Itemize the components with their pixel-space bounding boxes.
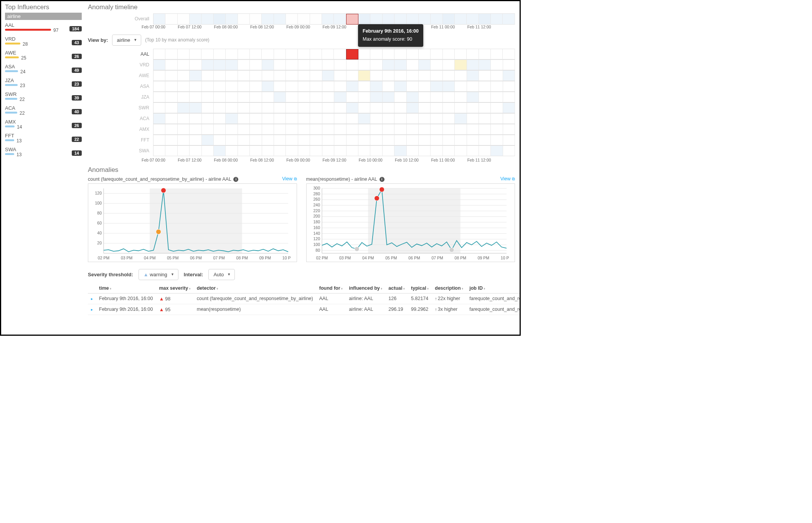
timeline-cell[interactable] — [165, 114, 177, 124]
timeline-cell[interactable] — [407, 49, 419, 59]
timeline-cell[interactable] — [226, 81, 238, 92]
timeline-cell[interactable] — [286, 14, 298, 25]
timeline-cell[interactable] — [407, 103, 419, 113]
timeline-cell[interactable] — [214, 135, 226, 145]
timeline-cell[interactable] — [503, 60, 515, 70]
timeline-cell[interactable] — [310, 14, 322, 25]
timeline-cell[interactable] — [322, 103, 334, 113]
timeline-cell[interactable] — [455, 49, 467, 59]
timeline-cell[interactable] — [479, 103, 491, 113]
timeline-cell[interactable] — [346, 14, 358, 25]
timeline-cell[interactable] — [479, 60, 491, 70]
timeline-cell[interactable] — [443, 60, 455, 70]
timeline-cell[interactable] — [286, 135, 298, 145]
timeline-cell[interactable] — [262, 124, 274, 135]
chart-a-view-link[interactable]: View ⧉ — [282, 176, 297, 181]
timeline-cell[interactable] — [479, 71, 491, 81]
timeline-cell[interactable] — [250, 14, 262, 25]
timeline-cell[interactable] — [491, 114, 503, 124]
timeline-cell[interactable] — [238, 60, 250, 70]
timeline-cell[interactable] — [274, 71, 286, 81]
timeline-cell[interactable] — [467, 103, 479, 113]
timeline-cell[interactable] — [274, 103, 286, 113]
timeline-cell[interactable] — [298, 114, 310, 124]
timeline-cell[interactable] — [310, 60, 322, 70]
timeline-cell[interactable] — [250, 114, 262, 124]
timeline-cell[interactable] — [153, 103, 165, 113]
col-job-id[interactable]: job ID♦ — [466, 283, 520, 294]
swimlane[interactable] — [153, 135, 515, 145]
timeline-cell[interactable] — [262, 81, 274, 92]
timeline-cell[interactable] — [190, 135, 201, 145]
timeline-cell[interactable] — [178, 146, 190, 156]
timeline-cell[interactable] — [383, 114, 394, 124]
timeline-cell[interactable] — [407, 14, 419, 25]
timeline-cell[interactable] — [286, 60, 298, 70]
swimlane[interactable] — [153, 124, 515, 135]
timeline-cell[interactable] — [467, 60, 479, 70]
timeline-cell[interactable] — [298, 103, 310, 113]
timeline-cell[interactable] — [503, 124, 515, 135]
timeline-cell[interactable] — [165, 92, 177, 102]
timeline-cell[interactable] — [491, 49, 503, 59]
timeline-cell[interactable] — [431, 92, 442, 102]
col-detector[interactable]: detector♦ — [194, 283, 316, 294]
timeline-cell[interactable] — [262, 71, 274, 81]
timeline-cell[interactable] — [358, 81, 370, 92]
timeline-cell[interactable] — [467, 81, 479, 92]
timeline-cell[interactable] — [455, 81, 467, 92]
timeline-cell[interactable] — [286, 124, 298, 135]
timeline-cell[interactable] — [178, 49, 190, 59]
col-actual[interactable]: actual♦ — [385, 283, 408, 294]
timeline-cell[interactable] — [347, 81, 358, 92]
timeline-cell[interactable] — [407, 114, 419, 124]
timeline-cell[interactable] — [334, 135, 346, 145]
timeline-cell[interactable] — [419, 135, 431, 145]
timeline-cell[interactable] — [370, 92, 382, 102]
timeline-cell[interactable] — [202, 124, 214, 135]
timeline-cell[interactable] — [443, 81, 455, 92]
timeline-cell[interactable] — [370, 103, 382, 113]
timeline-cell[interactable] — [310, 49, 322, 59]
timeline-cell[interactable] — [394, 14, 406, 25]
timeline-cell[interactable] — [274, 14, 286, 25]
swimlane[interactable] — [153, 145, 515, 156]
timeline-cell[interactable] — [358, 114, 370, 124]
timeline-cell[interactable] — [347, 92, 358, 102]
timeline-cell[interactable] — [443, 135, 455, 145]
timeline-cell[interactable] — [153, 146, 165, 156]
severity-threshold-select[interactable]: ▲ warning ▼ — [139, 269, 178, 280]
timeline-cell[interactable] — [394, 71, 406, 81]
info-icon[interactable]: i — [233, 177, 238, 182]
timeline-cell[interactable] — [394, 124, 406, 135]
timeline-cell[interactable] — [455, 92, 467, 102]
timeline-cell[interactable] — [443, 146, 455, 156]
timeline-cell[interactable] — [262, 60, 274, 70]
timeline-cell[interactable] — [153, 14, 165, 25]
swimlane[interactable] — [153, 70, 515, 81]
swimlane[interactable] — [153, 102, 515, 113]
timeline-cell[interactable] — [310, 135, 322, 145]
timeline-cell[interactable] — [202, 60, 214, 70]
timeline-cell[interactable] — [322, 92, 334, 102]
timeline-cell[interactable] — [419, 71, 431, 81]
timeline-cell[interactable] — [298, 124, 310, 135]
timeline-cell[interactable] — [383, 71, 394, 81]
table-row[interactable]: ▸February 9th 2016, 16:00▲95mean(respons… — [88, 304, 520, 315]
timeline-cell[interactable] — [214, 81, 226, 92]
timeline-cell[interactable] — [455, 60, 467, 70]
timeline-cell[interactable] — [455, 71, 467, 81]
timeline-cell[interactable] — [467, 14, 479, 25]
timeline-cell[interactable] — [455, 146, 467, 156]
timeline-cell[interactable] — [443, 103, 455, 113]
timeline-cell[interactable] — [419, 49, 431, 59]
timeline-cell[interactable] — [334, 114, 346, 124]
expand-row-icon[interactable]: ▸ — [91, 297, 93, 301]
timeline-cell[interactable] — [262, 103, 274, 113]
timeline-cell[interactable] — [467, 146, 479, 156]
timeline-cell[interactable] — [383, 103, 394, 113]
timeline-cell[interactable] — [370, 124, 382, 135]
timeline-cell[interactable] — [431, 71, 442, 81]
swimlane[interactable] — [153, 92, 515, 102]
timeline-cell[interactable] — [322, 81, 334, 92]
